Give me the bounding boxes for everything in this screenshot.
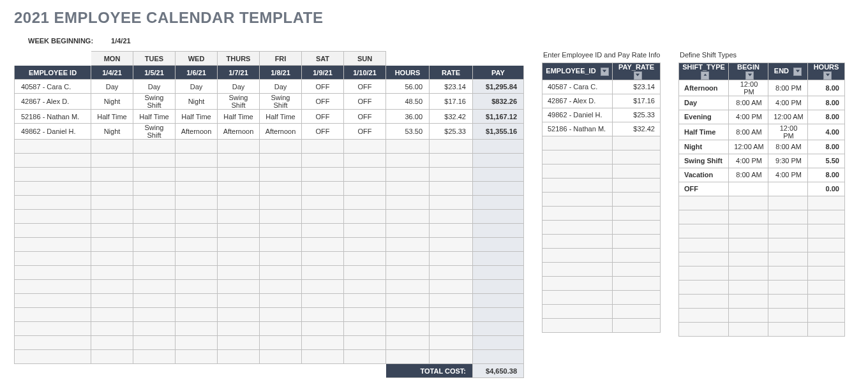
pay-rate-cell[interactable]: $25.33 <box>613 108 661 122</box>
table-row[interactable]: Vacation8:00 AM4:00 PM8.00 <box>679 168 845 182</box>
table-row[interactable] <box>542 304 661 318</box>
table-row[interactable] <box>15 140 524 154</box>
table-row[interactable] <box>15 168 524 182</box>
table-row[interactable] <box>679 252 845 266</box>
table-row[interactable] <box>679 210 845 224</box>
shift-type-cell[interactable]: Night <box>679 140 729 154</box>
table-row[interactable]: Half Time8:00 AM12:00 PM4.00 <box>679 124 845 140</box>
table-row[interactable] <box>542 178 661 192</box>
col-begin[interactable]: BEGIN <box>729 63 768 80</box>
shift-type-cell[interactable]: Day <box>679 96 729 110</box>
shift-types-table[interactable]: SHIFT_TYPE BEGIN END HOURS <box>678 62 845 337</box>
shift-cell[interactable]: OFF <box>344 80 386 94</box>
table-row[interactable] <box>542 290 661 304</box>
shift-cell[interactable]: OFF <box>344 110 386 124</box>
table-row[interactable] <box>15 210 524 224</box>
table-row[interactable] <box>542 234 661 248</box>
shift-cell[interactable]: Swing Shift <box>133 124 176 140</box>
col-shift-type[interactable]: SHIFT_TYPE <box>679 63 729 80</box>
table-row[interactable]: Evening4:00 PM12:00 AM8.00 <box>679 110 845 124</box>
end-cell[interactable]: 12:00 AM <box>768 110 808 124</box>
table-row[interactable] <box>15 322 524 336</box>
shift-type-cell[interactable]: Half Time <box>679 124 729 140</box>
table-row[interactable]: 42867 - Alex D.NightSwing ShiftNightSwin… <box>15 94 524 110</box>
shift-cell[interactable]: OFF <box>344 94 386 110</box>
shift-cell[interactable]: Half Time <box>218 110 260 124</box>
pay-rate-cell[interactable]: $23.14 <box>613 80 661 94</box>
begin-cell[interactable]: 8:00 AM <box>729 168 768 182</box>
table-row[interactable] <box>542 276 661 290</box>
table-row[interactable] <box>542 192 661 206</box>
table-row[interactable]: 52186 - Nathan M.$32.42 <box>542 122 661 136</box>
shift-cell[interactable]: Swing Shift <box>260 94 302 110</box>
employee-id-cell[interactable]: 40587 - Cara C. <box>542 80 613 94</box>
pay-rate-cell[interactable]: $17.16 <box>613 94 661 108</box>
table-row[interactable] <box>15 182 524 196</box>
table-row[interactable]: 42867 - Alex D.$17.16 <box>542 94 661 108</box>
begin-cell[interactable]: 8:00 AM <box>729 96 768 110</box>
table-row[interactable] <box>542 262 661 276</box>
employee-id-cell[interactable]: 49862 - Daniel H. <box>542 108 613 122</box>
begin-cell[interactable]: 8:00 AM <box>729 124 768 140</box>
shift-cell[interactable]: Night <box>176 94 218 110</box>
col-hours[interactable]: HOURS <box>808 63 845 80</box>
col-end[interactable]: END <box>768 63 808 80</box>
table-row[interactable]: 52186 - Nathan M.Half TimeHalf TimeHalf … <box>15 110 524 124</box>
begin-cell[interactable] <box>729 182 768 196</box>
shift-cell[interactable]: Afternoon <box>218 124 260 140</box>
table-row[interactable] <box>15 308 524 322</box>
end-cell[interactable]: 4:00 PM <box>768 96 808 110</box>
shift-cell[interactable]: OFF <box>302 110 344 124</box>
shift-cell[interactable]: Day <box>218 80 260 94</box>
table-row[interactable] <box>15 252 524 266</box>
end-cell[interactable]: 12:00 PM <box>768 124 808 140</box>
table-row[interactable]: 40587 - Cara C.DayDayDayDayDayOFFOFF56.0… <box>15 80 524 94</box>
begin-cell[interactable]: 12:00 PM <box>729 80 768 96</box>
employee-id-cell[interactable]: 52186 - Nathan M. <box>542 122 613 136</box>
shift-type-cell[interactable]: Vacation <box>679 168 729 182</box>
sort-asc-icon[interactable] <box>701 71 709 80</box>
shift-cell[interactable]: Night <box>91 94 133 110</box>
shift-cell[interactable]: OFF <box>302 80 344 94</box>
shift-cell[interactable]: Swing Shift <box>133 94 176 110</box>
schedule-table[interactable]: MONTUESWEDTHURSFRISATSUN EMPLOYEE ID 1/4… <box>14 51 524 378</box>
filter-icon[interactable] <box>634 71 642 80</box>
filter-icon[interactable] <box>745 71 754 80</box>
table-row[interactable] <box>679 322 845 336</box>
end-cell[interactable]: 9:30 PM <box>768 154 808 168</box>
table-row[interactable]: OFF0.00 <box>679 182 845 196</box>
shift-type-cell[interactable]: Swing Shift <box>679 154 729 168</box>
table-row[interactable]: 49862 - Daniel H.NightSwing ShiftAfterno… <box>15 124 524 140</box>
shift-cell[interactable]: OFF <box>302 94 344 110</box>
table-row[interactable] <box>15 280 524 294</box>
end-cell[interactable]: 4:00 PM <box>768 168 808 182</box>
table-row[interactable] <box>679 308 845 322</box>
table-row[interactable]: 40587 - Cara C.$23.14 <box>542 80 661 94</box>
employee-id-cell[interactable]: 42867 - Alex D. <box>542 94 613 108</box>
begin-cell[interactable]: 12:00 AM <box>729 140 768 154</box>
shift-cell[interactable]: OFF <box>302 124 344 140</box>
shift-cell[interactable]: Day <box>176 80 218 94</box>
shift-cell[interactable]: Half Time <box>260 110 302 124</box>
shift-cell[interactable]: Day <box>133 80 176 94</box>
table-row[interactable]: Night12:00 AM8:00 AM8.00 <box>679 140 845 154</box>
shift-cell[interactable]: Half Time <box>133 110 176 124</box>
table-row[interactable] <box>679 266 845 280</box>
employee-cell[interactable]: 49862 - Daniel H. <box>15 124 91 140</box>
table-row[interactable] <box>15 266 524 280</box>
table-row[interactable] <box>15 154 524 168</box>
table-row[interactable] <box>679 238 845 252</box>
shift-cell[interactable]: OFF <box>344 124 386 140</box>
shift-cell[interactable]: Swing Shift <box>218 94 260 110</box>
table-row[interactable]: Day8:00 AM4:00 PM8.00 <box>679 96 845 110</box>
shift-cell[interactable]: Day <box>260 80 302 94</box>
shift-cell[interactable]: Night <box>91 124 133 140</box>
table-row[interactable] <box>542 206 661 220</box>
end-cell[interactable]: 8:00 AM <box>768 140 808 154</box>
table-row[interactable] <box>542 318 661 332</box>
table-row[interactable] <box>15 196 524 210</box>
table-row[interactable] <box>542 248 661 262</box>
end-cell[interactable] <box>768 182 808 196</box>
table-row[interactable]: Afternoon12:00 PM8:00 PM8.00 <box>679 80 845 96</box>
table-row[interactable] <box>679 294 845 308</box>
